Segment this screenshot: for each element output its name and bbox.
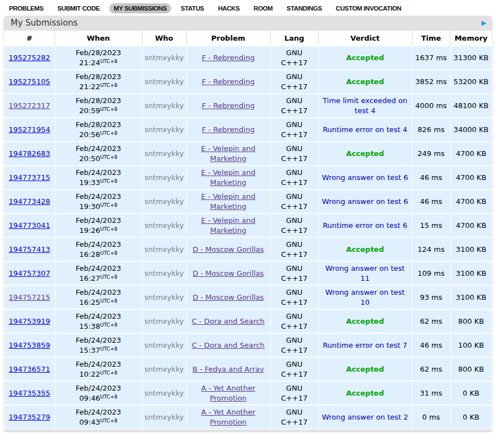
submission-time: 20:56UTC+8 [57,130,140,140]
nav-item-hacks[interactable]: HACKS [213,3,244,13]
submission-date: Feb/24/2023 [57,264,140,274]
memory-used: 4700 KB [456,221,487,230]
problem-link[interactable]: E - Velepin and Marketing [201,168,255,187]
verdict-text: Runtime error on test 4 [323,125,407,134]
submission-date: Feb/24/2023 [57,240,140,250]
timezone-label: UTC+8 [100,370,118,376]
problem-link[interactable]: D - Moscow Gorillas [193,293,264,301]
problem-link[interactable]: E - Velepin and Marketing [201,144,255,163]
problem-link[interactable]: E - Velepin and Marketing [201,216,255,235]
submission-id-link[interactable]: 194757413 [9,245,50,254]
cell-when: Feb/24/2023 20:50UTC+8 [55,142,142,165]
submission-id-link[interactable]: 194773428 [9,197,50,206]
submission-time: 15:37UTC+8 [57,345,140,356]
problem-link[interactable]: F - Rebrending [202,77,255,86]
verdict-text: Runtime error on test 6 [323,221,407,230]
cell-id: 195275282 [4,46,55,70]
nav-item-custom-invocation[interactable]: CUSTOM INVOCATION [332,3,406,13]
cell-id: 194773715 [4,165,55,189]
lang-label: GNU C++17 [280,335,309,355]
submission-id-link[interactable]: 194773715 [9,173,50,182]
problem-link[interactable]: E - Velepin and Marketing [201,192,255,211]
cell-who: sntmxykky [142,285,186,309]
cell-time: 109 ms [412,261,450,285]
problem-link[interactable]: D - Moscow Gorillas [193,245,264,254]
cell-id: 194735355 [4,381,55,405]
submission-id-link[interactable]: 195271954 [9,125,50,134]
submission-id-link[interactable]: 194753859 [9,341,50,349]
memory-used: 800 KB [458,317,484,325]
cell-time: 46 ms [412,333,450,357]
problem-link[interactable]: F - Rebrending [202,125,255,134]
submission-id-link[interactable]: 194757215 [9,293,50,301]
cell-who: sntmxykky [142,142,186,165]
nav-item-room[interactable]: ROOM [249,3,277,13]
submission-id-link[interactable]: 195275105 [9,77,50,86]
submission-id-link[interactable]: 194782683 [9,149,50,158]
problem-link[interactable]: F - Rebrending [202,101,255,110]
cell-lang: GNU C++17 [270,142,318,165]
submission-date: Feb/24/2023 [57,383,140,393]
lang-label: GNU C++17 [280,72,309,91]
cell-verdict: Wrong answer on test 10 [318,285,412,309]
problem-link[interactable]: F - Rebrending [202,53,255,62]
problem-link[interactable]: A - Yet Another Promotion [201,408,255,426]
expand-arrow-icon[interactable]: ▶ [482,16,487,31]
panel-body: # When Who Problem Lang Verdict Time Mem… [4,31,492,430]
memory-used: 34000 KB [454,125,489,134]
cell-time: 46 ms [412,165,450,189]
timezone-label: UTC+8 [100,130,118,136]
submission-time: 19:33UTC+8 [57,178,140,188]
memory-used: 4700 KB [456,149,487,158]
lang-label: GNU C++17 [280,48,309,67]
submission-id-link[interactable]: 194735279 [9,413,50,421]
memory-used: 0 KB [463,389,479,397]
submission-time: 16:28UTC+8 [57,250,140,260]
cell-memory: 3100 KB [450,261,492,285]
submission-id-link[interactable]: 194757307 [9,269,50,277]
cell-memory: 800 KB [450,309,492,333]
cell-when: Feb/24/2023 10:22UTC+8 [55,357,142,381]
problem-link[interactable]: C - Dora and Search [192,317,265,325]
cell-when: Feb/24/2023 16:27UTC+8 [55,261,142,285]
nav-item-status[interactable]: STATUS [176,3,208,13]
exec-time: 1637 ms [415,53,447,62]
cell-who: sntmxykky [142,381,186,405]
cell-when: Feb/24/2023 15:37UTC+8 [55,333,142,357]
cell-memory: 4700 KB [450,142,492,165]
cell-who: sntmxykky [142,46,186,70]
nav-item-standings[interactable]: STANDINGS [282,3,326,13]
exec-time: 62 ms [420,317,442,325]
cell-memory: 4700 KB [450,213,492,237]
problem-link[interactable]: D - Moscow Gorillas [193,269,264,277]
submission-time: 20:59UTC+8 [57,106,140,116]
problem-link[interactable]: C - Dora and Search [192,341,265,349]
submission-date: Feb/28/2023 [57,72,140,82]
table-row: 195275105 Feb/28/2023 21:22UTC+8 sntmxyk… [4,70,492,94]
memory-used: 3100 KB [456,245,487,254]
submission-date: Feb/24/2023 [57,168,140,178]
cell-when: Feb/24/2023 19:30UTC+8 [55,189,142,213]
submission-id-link[interactable]: 195275282 [9,53,50,62]
cell-when: Feb/28/2023 21:24UTC+8 [55,46,142,70]
timezone-label: UTC+8 [100,178,118,184]
cell-who: sntmxykky [142,357,186,381]
cell-when: Feb/24/2023 16:28UTC+8 [55,237,142,261]
nav-item-submit-code[interactable]: SUBMIT CODE [53,3,104,13]
cell-who: sntmxykky [142,309,186,333]
nav-item-problems[interactable]: PROBLEMS [4,3,48,13]
problem-link[interactable]: A - Yet Another Promotion [201,384,255,402]
panel-caption: My Submissions ▶ [4,16,492,31]
cell-problem: F - Rebrending [186,118,270,142]
submission-id-link[interactable]: 194735355 [9,389,50,397]
nav-item-my-submissions[interactable]: MY SUBMISSIONS [109,3,171,13]
problem-link[interactable]: B - Fedya and Array [192,365,264,373]
submission-id-link[interactable]: 195272317 [9,101,50,110]
timezone-label: UTC+8 [100,226,118,232]
cell-verdict: Accepted [318,309,412,333]
submission-id-link[interactable]: 194753919 [9,317,50,325]
header-id: # [4,31,55,46]
submission-id-link[interactable]: 194736571 [9,365,50,373]
cell-when: Feb/28/2023 20:59UTC+8 [55,94,142,118]
submission-id-link[interactable]: 194773041 [9,221,50,230]
